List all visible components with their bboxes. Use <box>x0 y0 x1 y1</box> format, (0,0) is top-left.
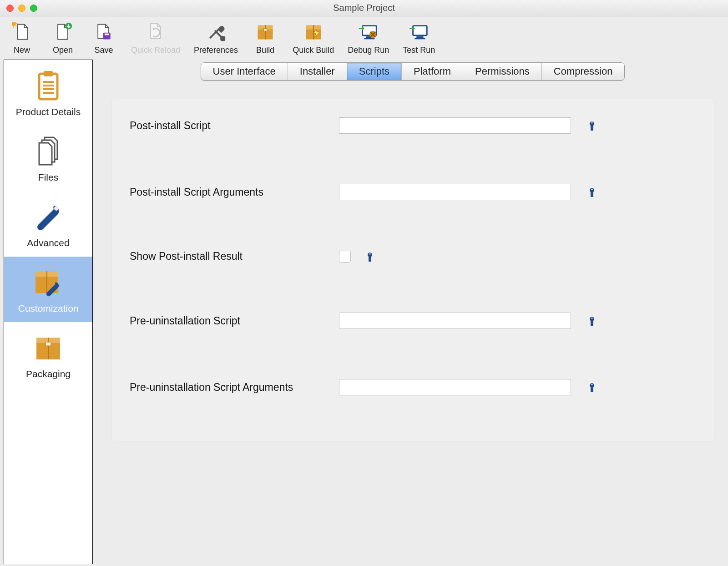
edit-wrench-icon[interactable] <box>586 121 596 131</box>
edit-wrench-icon[interactable] <box>364 252 374 262</box>
svg-point-44 <box>591 188 592 190</box>
maximize-window-button[interactable] <box>30 5 37 12</box>
quick-build-icon <box>303 21 324 43</box>
build-icon <box>254 21 276 43</box>
toolbar: New Open Save <box>0 16 728 58</box>
toolbar-label: New <box>14 45 30 55</box>
toolbar-quick-build-button[interactable]: Quick Build <box>293 21 334 55</box>
svg-rect-42 <box>46 342 51 346</box>
box-wrench-icon <box>29 267 67 298</box>
field-label: Show Post-install Result <box>130 250 339 263</box>
toolbar-quick-reload-button: Quick Reload <box>131 21 180 55</box>
row-pre-uninstall-script: Pre-uninstallation Script <box>130 313 696 329</box>
preferences-icon <box>205 21 227 43</box>
toolbar-open-button[interactable]: Open <box>49 21 76 55</box>
toolbar-test-run-button[interactable]: Test Run <box>403 21 435 55</box>
clipboard-icon <box>29 70 67 102</box>
tab-permissions[interactable]: Permissions <box>463 63 542 80</box>
svg-rect-27 <box>416 36 423 38</box>
svg-rect-16 <box>263 29 267 31</box>
sidebar: Product Details Files <box>4 60 93 564</box>
content-area: User Interface Installer Scripts Platfor… <box>93 58 728 564</box>
row-post-install-script: Post-install Script <box>130 117 696 134</box>
svg-rect-12 <box>221 37 224 40</box>
minimize-window-button[interactable] <box>18 5 25 12</box>
toolbar-label: Quick Reload <box>131 45 180 55</box>
post-install-script-args-input[interactable] <box>339 184 571 200</box>
toolbar-build-button[interactable]: Build <box>252 21 279 55</box>
row-show-post-install-result: Show Post-install Result <box>130 250 696 263</box>
open-file-icon <box>52 21 74 43</box>
sidebar-item-customization[interactable]: Customization <box>4 257 92 322</box>
tab-scripts[interactable]: Scripts <box>347 63 402 80</box>
svg-point-47 <box>591 384 592 385</box>
toolbar-save-button[interactable]: Save <box>90 21 117 55</box>
svg-rect-26 <box>413 26 427 35</box>
svg-rect-30 <box>44 71 53 76</box>
toolbar-label: Build <box>256 45 274 55</box>
sidebar-item-advanced[interactable]: Advanced <box>4 191 92 257</box>
pre-uninstall-script-args-input[interactable] <box>339 379 571 395</box>
row-post-install-script-args: Post-install Script Arguments <box>130 184 696 200</box>
sidebar-item-files[interactable]: Files <box>4 126 92 191</box>
wrench-icon <box>29 201 67 233</box>
sidebar-label: Packaging <box>26 369 71 379</box>
toolbar-debug-run-button[interactable]: Debug Run <box>348 21 389 55</box>
tab-installer[interactable]: Installer <box>288 63 347 80</box>
toolbar-label: Quick Build <box>293 45 334 55</box>
tab-user-interface[interactable]: User Interface <box>201 63 288 80</box>
field-label: Pre-uninstallation Script Arguments <box>130 381 339 394</box>
toolbar-label: Preferences <box>194 45 238 55</box>
post-install-script-input[interactable] <box>339 117 571 134</box>
sidebar-label: Customization <box>18 303 78 314</box>
toolbar-label: Open <box>53 45 73 55</box>
show-post-install-result-checkbox[interactable] <box>339 251 351 263</box>
row-pre-uninstall-script-args: Pre-uninstallation Script Arguments <box>130 379 696 395</box>
sidebar-label: Files <box>38 172 58 183</box>
form-panel: Post-install Script Post-install Script … <box>111 99 714 441</box>
close-window-button[interactable] <box>6 5 14 12</box>
tab-compression[interactable]: Compression <box>542 63 625 80</box>
files-icon <box>29 136 67 167</box>
svg-rect-28 <box>415 38 425 39</box>
svg-point-43 <box>591 122 592 123</box>
svg-point-46 <box>591 317 592 318</box>
svg-point-45 <box>369 253 370 254</box>
svg-rect-11 <box>105 34 109 35</box>
field-label: Pre-uninstallation Script <box>130 315 339 327</box>
svg-point-35 <box>54 206 59 211</box>
debug-run-icon <box>358 21 379 43</box>
toolbar-label: Save <box>94 45 113 55</box>
tab-bar: User Interface Installer Scripts Platfor… <box>201 62 625 81</box>
pre-uninstall-script-input[interactable] <box>339 313 571 329</box>
tab-platform[interactable]: Platform <box>402 63 463 80</box>
edit-wrench-icon[interactable] <box>586 316 596 326</box>
box-icon <box>29 332 67 364</box>
save-icon <box>93 21 115 43</box>
field-label: Post-install Script Arguments <box>130 186 339 198</box>
sidebar-label: Advanced <box>27 238 69 248</box>
new-file-icon <box>11 21 33 43</box>
window-controls <box>6 5 37 12</box>
sidebar-item-packaging[interactable]: Packaging <box>4 322 92 388</box>
svg-rect-22 <box>364 38 374 39</box>
window-title: Sample Project <box>0 3 728 13</box>
svg-line-6 <box>15 25 16 26</box>
field-label: Post-install Script <box>130 120 339 132</box>
toolbar-preferences-button[interactable]: Preferences <box>194 21 238 55</box>
svg-point-0 <box>12 22 16 26</box>
titlebar: Sample Project <box>0 0 728 16</box>
edit-wrench-icon[interactable] <box>586 382 596 392</box>
sidebar-item-product-details[interactable]: Product Details <box>4 60 92 126</box>
toolbar-label: Debug Run <box>348 45 389 55</box>
toolbar-label: Test Run <box>403 45 435 55</box>
sidebar-label: Product Details <box>16 106 81 117</box>
toolbar-new-button[interactable]: New <box>8 21 35 55</box>
test-run-icon <box>408 21 430 43</box>
reload-icon <box>145 21 167 43</box>
edit-wrench-icon[interactable] <box>586 187 596 197</box>
